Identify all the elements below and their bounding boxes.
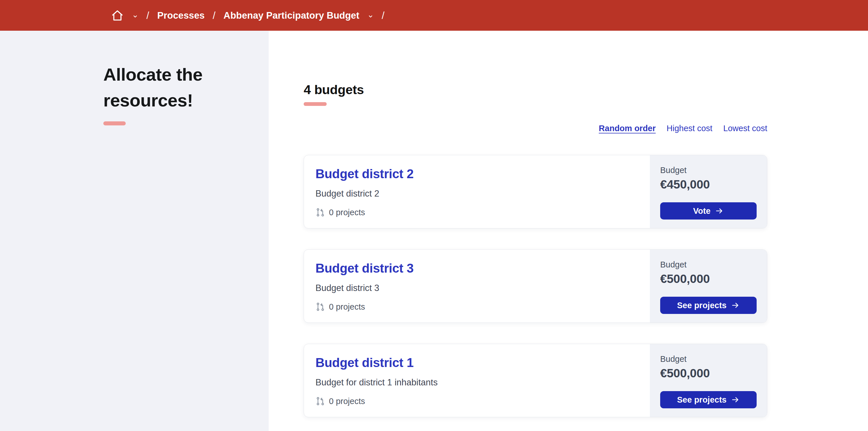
budget-card-aside: Budget €450,000 Vote [650,155,767,228]
order-lowest-cost-link[interactable]: Lowest cost [723,124,767,133]
component-title: Allocate the resources! [103,62,229,113]
budget-card: Budget district 2 Budget district 2 0 pr… [304,155,767,228]
git-pull-request-icon [315,302,325,312]
budget-projects-count: 0 projects [315,208,639,217]
home-link[interactable] [111,9,124,22]
projects-count-label: 0 projects [329,302,365,312]
breadcrumb-process-link[interactable]: Abbenay Participatory Budget [224,10,360,21]
budget-description: Budget district 2 [315,188,639,199]
breadcrumb-separator: / [382,10,384,21]
breadcrumb-processes-link[interactable]: Processes [157,10,205,21]
order-by-row: Random order Highest cost Lowest cost [304,124,767,133]
budget-card-body: Budget district 2 Budget district 2 0 pr… [304,155,650,228]
budget-card-aside: Budget €500,000 See projects [650,344,767,417]
arrow-right-icon [731,395,740,404]
title-accent-bar [103,121,126,125]
order-random-link[interactable]: Random order [599,124,656,133]
budget-card-body: Budget district 3 Budget district 3 0 pr… [304,250,650,322]
budget-card-body: Budget district 1 Budget for district 1 … [304,344,650,417]
home-dropdown-chevron-icon[interactable] [132,13,138,20]
budget-label: Budget [660,355,756,364]
budget-card: Budget district 3 Budget district 3 0 pr… [304,249,767,323]
budget-label: Budget [660,165,756,175]
home-icon [111,9,124,22]
projects-count-label: 0 projects [329,208,365,217]
budgets-count-heading: 4 budgets [304,82,767,97]
git-pull-request-icon [315,208,325,217]
breadcrumb-separator: / [146,10,149,21]
see-projects-button[interactable]: See projects [660,391,756,408]
budget-projects-count: 0 projects [315,302,639,312]
arrow-right-icon [715,207,724,215]
budget-amount: €500,000 [660,366,756,380]
breadcrumb: / Processes / Abbenay Participatory Budg… [0,0,868,31]
git-pull-request-icon [315,396,325,406]
budget-description: Budget district 3 [315,283,639,293]
heading-accent-bar [304,102,327,106]
budget-title-link[interactable]: Budget district 1 [315,356,414,370]
order-highest-cost-link[interactable]: Highest cost [666,124,712,133]
vote-button[interactable]: Vote [660,202,756,219]
budget-title-link[interactable]: Budget district 2 [315,167,414,181]
budget-projects-count: 0 projects [315,396,639,406]
see-projects-button-label: See projects [677,301,726,310]
budget-card-aside: Budget €500,000 See projects [650,250,767,322]
process-sidebar: Allocate the resources! [0,31,269,431]
budget-card: Budget district 1 Budget for district 1 … [304,344,767,417]
page-body: Allocate the resources! 4 budgets Random… [0,31,868,431]
see-projects-button-label: See projects [677,395,726,405]
budget-amount: €450,000 [660,178,756,191]
budgets-main: 4 budgets Random order Highest cost Lowe… [269,31,868,431]
vote-button-label: Vote [693,206,711,216]
process-dropdown-chevron-icon[interactable] [367,13,374,20]
budget-title-link[interactable]: Budget district 3 [315,261,414,275]
breadcrumb-separator: / [213,10,216,21]
arrow-right-icon [731,301,740,310]
budget-label: Budget [660,260,756,270]
budget-amount: €500,000 [660,272,756,286]
projects-count-label: 0 projects [329,397,365,406]
budget-card-list: Budget district 2 Budget district 2 0 pr… [304,155,767,417]
see-projects-button[interactable]: See projects [660,297,756,314]
budget-description: Budget for district 1 inhabitants [315,377,639,388]
